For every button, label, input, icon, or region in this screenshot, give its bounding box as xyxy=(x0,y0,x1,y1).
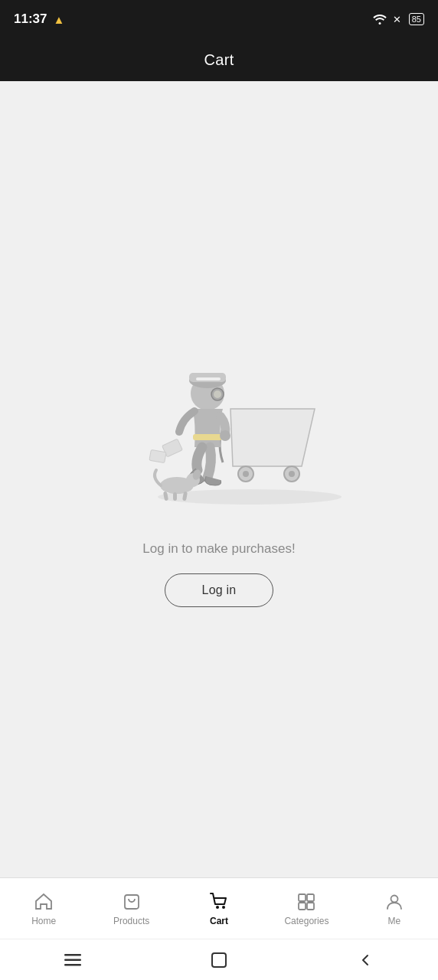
profile-icon xyxy=(384,891,405,913)
svg-rect-27 xyxy=(299,903,306,910)
svg-rect-15 xyxy=(149,449,166,462)
battery-indicator: 85 xyxy=(409,13,424,25)
empty-cart-message: Log in to make purchases! xyxy=(142,541,295,557)
nav-item-cart[interactable]: Cart xyxy=(175,885,263,933)
nav-label-me: Me xyxy=(387,916,400,926)
svg-rect-31 xyxy=(64,959,81,961)
bottom-nav: Home Products Cart xyxy=(0,877,438,939)
android-back-button[interactable] xyxy=(354,949,377,972)
cart-icon xyxy=(208,891,230,913)
battery-level: 85 xyxy=(412,15,421,24)
svg-rect-30 xyxy=(64,954,81,956)
nav-item-products[interactable]: Products xyxy=(87,885,175,933)
android-menu-button[interactable] xyxy=(61,949,84,972)
cart-svg xyxy=(96,321,342,520)
page-header: Cart xyxy=(0,38,438,81)
nav-item-categories[interactable]: Categories xyxy=(263,885,350,933)
time-display: 11:37 xyxy=(14,11,47,27)
nav-label-cart: Cart xyxy=(210,916,228,926)
main-content: Log in to make purchases! Log in xyxy=(0,81,438,877)
status-left: 11:37 ▲ xyxy=(14,11,64,27)
svg-text:✕: ✕ xyxy=(393,14,401,25)
svg-point-13 xyxy=(220,430,230,441)
nav-item-home[interactable]: Home xyxy=(0,885,87,933)
svg-rect-33 xyxy=(212,953,226,967)
svg-point-5 xyxy=(289,471,295,477)
svg-rect-20 xyxy=(173,492,177,501)
status-right: ✕ 85 xyxy=(372,13,424,25)
status-bar: 11:37 ▲ ✕ 85 xyxy=(0,0,438,38)
svg-rect-25 xyxy=(299,894,306,901)
svg-rect-12 xyxy=(193,434,222,440)
nav-label-categories: Categories xyxy=(284,916,328,926)
svg-point-4 xyxy=(243,471,249,477)
svg-point-29 xyxy=(391,895,397,902)
svg-rect-11 xyxy=(196,377,221,381)
svg-point-23 xyxy=(216,906,219,909)
svg-point-10 xyxy=(214,390,221,398)
nav-item-me[interactable]: Me xyxy=(351,885,438,933)
nav-label-products: Products xyxy=(113,916,149,926)
home-icon xyxy=(33,891,54,913)
android-nav-bar xyxy=(0,939,438,980)
login-button[interactable]: Log in xyxy=(165,573,274,607)
empty-cart-illustration xyxy=(96,321,342,520)
svg-rect-28 xyxy=(307,903,314,910)
page-title: Cart xyxy=(204,51,234,69)
warning-icon: ▲ xyxy=(53,13,64,26)
categories-icon xyxy=(296,891,317,913)
svg-rect-26 xyxy=(307,894,314,901)
signal-x-icon: ✕ xyxy=(392,13,404,25)
svg-point-24 xyxy=(222,906,225,909)
android-home-button[interactable] xyxy=(208,949,230,972)
svg-rect-32 xyxy=(64,964,81,966)
wifi-icon xyxy=(372,13,387,25)
products-icon xyxy=(121,891,142,913)
nav-label-home: Home xyxy=(31,916,56,926)
